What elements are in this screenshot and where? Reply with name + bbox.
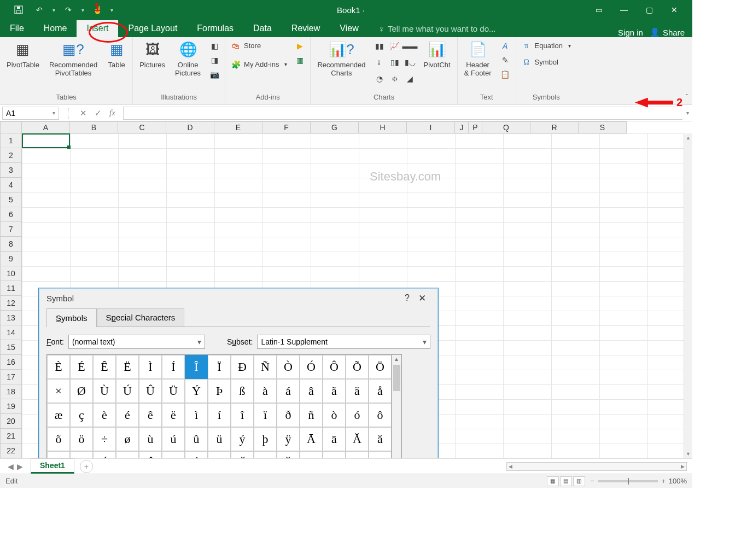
dialog-help-icon[interactable]: ?: [400, 291, 414, 305]
symbol-cell[interactable]: ÷: [93, 427, 116, 451]
row-header[interactable]: 22: [0, 444, 22, 458]
symbol-cell[interactable]: Ø: [70, 379, 93, 403]
pictures-button[interactable]: 🖼Pictures: [138, 39, 166, 71]
column-header[interactable]: G: [311, 121, 359, 133]
symbol-cell[interactable]: ë: [162, 403, 185, 427]
smartart-button[interactable]: ◨: [209, 54, 219, 67]
symbol-cell[interactable]: ô: [369, 403, 392, 427]
symbol-cell[interactable]: ó: [346, 403, 369, 427]
column-chart-button[interactable]: ▮▮: [375, 39, 384, 52]
symbol-cell[interactable]: ċ: [208, 451, 231, 458]
symbol-cell[interactable]: č: [254, 451, 277, 458]
symbol-cell[interactable]: Õ: [346, 355, 369, 379]
zoom-in-button[interactable]: +: [661, 477, 666, 485]
tab-home[interactable]: Home: [34, 20, 77, 37]
scatter-chart-button[interactable]: ፨: [390, 72, 400, 85]
symbol-cell[interactable]: å: [369, 379, 392, 403]
symbol-cell[interactable]: Ĉ: [139, 451, 162, 458]
symbol-cell[interactable]: Ü: [162, 379, 185, 403]
screenshot-button[interactable]: 📷: [209, 68, 219, 81]
symbol-cell[interactable]: É: [70, 355, 93, 379]
symbol-cell[interactable]: ×: [47, 379, 70, 403]
maximize-icon[interactable]: ▢: [639, 2, 660, 18]
store-button[interactable]: 🛍Store: [231, 39, 287, 52]
column-header[interactable]: Q: [482, 121, 530, 133]
row-header[interactable]: 5: [0, 192, 22, 207]
online-pictures-button[interactable]: 🌐Online Pictures: [174, 39, 202, 79]
pie-chart-button[interactable]: ◔: [375, 72, 384, 85]
hierarchy-chart-button[interactable]: ▬▬: [405, 39, 415, 52]
symbol-cell[interactable]: ú: [162, 427, 185, 451]
close-icon[interactable]: ✕: [664, 2, 685, 18]
share-button[interactable]: 👤Share: [650, 27, 685, 37]
row-header[interactable]: 20: [0, 414, 22, 429]
column-header[interactable]: F: [262, 121, 311, 133]
symbol-cell[interactable]: ý: [231, 427, 254, 451]
equation-button[interactable]: πEquation▾: [522, 39, 571, 52]
formula-input[interactable]: [123, 107, 682, 120]
redo-icon[interactable]: ↷: [61, 2, 76, 18]
pivottable-button[interactable]: ▦PivotTable: [5, 39, 40, 71]
header-footer-button[interactable]: 📄Header & Footer: [463, 39, 493, 79]
cancel-entry-icon[interactable]: ✕: [80, 108, 87, 118]
page-break-view-button[interactable]: ▥: [573, 476, 585, 486]
symbol-cell[interactable]: ß: [231, 379, 254, 403]
symbol-cell[interactable]: ì: [185, 403, 208, 427]
row-header[interactable]: 16: [0, 355, 22, 370]
ribbon-display-icon[interactable]: ▭: [588, 2, 609, 18]
symbol-cell[interactable]: æ: [47, 403, 70, 427]
signature-button[interactable]: 📋: [500, 68, 510, 81]
tab-view[interactable]: View: [330, 20, 368, 37]
symbol-cell[interactable]: Ċ: [185, 451, 208, 458]
symbol-cell[interactable]: ÿ: [277, 427, 300, 451]
symbol-cell[interactable]: û: [185, 427, 208, 451]
dialog-tab-special-chars[interactable]: Special Characters: [97, 308, 185, 326]
save-icon[interactable]: [11, 2, 26, 18]
symbol-cell[interactable]: ć: [116, 451, 139, 458]
sheet-tab-1[interactable]: Sheet1: [31, 458, 74, 474]
dialog-tab-symbols[interactable]: Symbols: [46, 308, 97, 327]
symbol-cell[interactable]: Đ: [231, 355, 254, 379]
symbol-cell[interactable]: È: [47, 355, 70, 379]
symbol-cell[interactable]: Ë: [116, 355, 139, 379]
vertical-scrollbar[interactable]: [684, 133, 692, 458]
symbol-cell[interactable]: Ć: [93, 451, 116, 458]
symbol-cell[interactable]: ü: [208, 427, 231, 451]
symbol-cell[interactable]: î: [231, 403, 254, 427]
tab-formulas[interactable]: Formulas: [187, 20, 243, 37]
symbol-cell[interactable]: ù: [139, 427, 162, 451]
collapse-ribbon-icon[interactable]: ˆ: [686, 94, 688, 101]
symbol-cell[interactable]: Ó: [300, 355, 323, 379]
pivotchart-button[interactable]: 📊PivotCht: [423, 39, 452, 71]
tab-page-layout[interactable]: Page Layout: [118, 20, 187, 37]
symbol-cell[interactable]: Ă: [346, 427, 369, 451]
subset-select[interactable]: Latin-1 Supplement: [257, 335, 430, 349]
line-chart-button[interactable]: 📈: [390, 39, 400, 52]
dropdown-caret-icon[interactable]: ▾: [81, 7, 84, 13]
symbol-cell[interactable]: ñ: [300, 403, 323, 427]
row-header[interactable]: 7: [0, 222, 22, 237]
row-header[interactable]: 8: [0, 237, 22, 252]
symbol-cell[interactable]: ç: [70, 403, 93, 427]
confirm-entry-icon[interactable]: ✓: [95, 108, 102, 118]
tab-file[interactable]: File: [0, 20, 34, 37]
symbol-cell[interactable]: Ñ: [254, 355, 277, 379]
recommended-charts-button[interactable]: 📊?Recommended Charts: [316, 39, 366, 79]
symbol-cell[interactable]: Í: [162, 355, 185, 379]
symbol-cell[interactable]: à: [254, 379, 277, 403]
sign-in-link[interactable]: Sign in: [618, 28, 643, 37]
symbol-cell[interactable]: Ý: [185, 379, 208, 403]
symbol-cell[interactable]: ā: [323, 427, 346, 451]
minimize-icon[interactable]: —: [614, 2, 634, 18]
waterfall-chart-button[interactable]: ⫰: [375, 56, 384, 69]
normal-view-button[interactable]: ▦: [547, 476, 559, 486]
tab-review[interactable]: Review: [282, 20, 330, 37]
row-header[interactable]: 21: [0, 429, 22, 444]
combo-chart-button[interactable]: ▮◡: [405, 56, 415, 69]
column-header[interactable]: B: [70, 121, 118, 133]
select-all-button[interactable]: [0, 121, 22, 133]
row-header[interactable]: 10: [0, 266, 22, 281]
page-layout-view-button[interactable]: ▤: [560, 476, 572, 486]
symbol-cell[interactable]: ă: [369, 427, 392, 451]
row-header[interactable]: 11: [0, 281, 22, 296]
